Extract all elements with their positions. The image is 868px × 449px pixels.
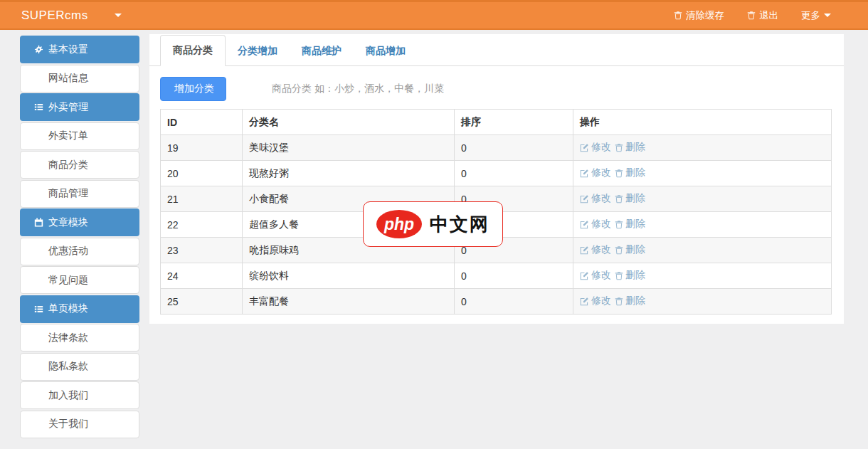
delete-link-label: 删除: [625, 192, 645, 205]
sidebar-item-privacy-terms[interactable]: 隐私条款: [20, 353, 139, 381]
sidebar-item-label: 加入我们: [48, 389, 88, 402]
edit-link-label: 修改: [591, 167, 611, 179]
table-row: 24缤纷饮料0修改删除: [161, 263, 832, 289]
sidebar-item-about-us[interactable]: 关于我们: [20, 411, 139, 438]
table-column-header: 排序: [455, 110, 573, 135]
php-cn-watermark: php 中文网: [363, 201, 503, 247]
sidebar-section-takeout-management[interactable]: 外卖管理: [20, 93, 139, 121]
edit-icon: [580, 194, 589, 204]
table-row: 25丰富配餐0修改删除: [161, 289, 832, 315]
cell-category-name: 美味汉堡: [243, 135, 455, 161]
sidebar-section-basic-settings[interactable]: 基本设置: [20, 36, 139, 63]
sidebar-item-label: 外卖管理: [48, 101, 88, 114]
tab-label: 分类增加: [238, 45, 277, 56]
cell-category-name: 丰富配餐: [243, 289, 455, 315]
edit-link[interactable]: 修改: [580, 243, 611, 256]
sidebar-item-legal-terms[interactable]: 法律条款: [20, 324, 139, 352]
tab-label: 商品分类: [173, 44, 213, 56]
edit-link-label: 修改: [591, 218, 611, 231]
tab-content: 增加分类 商品分类 如：小炒，酒水，中餐，川菜 ID分类名排序操作 19美味汉堡…: [149, 66, 844, 315]
sidebar-item-label: 文章模块: [48, 216, 88, 229]
php-logo-badge: php: [376, 210, 422, 238]
cell-category-name: 现熬好粥: [243, 161, 455, 186]
trash-icon: [615, 169, 623, 178]
cell-id: 22: [161, 212, 243, 238]
tab-category-add[interactable]: 分类增加: [226, 36, 290, 66]
cell-operations: 修改删除: [573, 212, 832, 238]
brand-dropdown[interactable]: SUPERcms: [21, 9, 122, 23]
cell-operations: 修改删除: [573, 263, 832, 289]
edit-link[interactable]: 修改: [580, 167, 611, 179]
trash-icon: [674, 11, 682, 20]
edit-link-label: 修改: [591, 141, 611, 154]
delete-link[interactable]: 删除: [615, 269, 645, 282]
cell-id: 21: [161, 186, 243, 212]
delete-link[interactable]: 删除: [615, 243, 645, 256]
sidebar-item-product-categories[interactable]: 商品分类: [20, 151, 139, 179]
table-row: 20现熬好粥0修改删除: [161, 161, 832, 186]
sidebar-item-label: 优惠活动: [48, 245, 88, 258]
table-row: 19美味汉堡0修改删除: [161, 135, 832, 161]
edit-link-label: 修改: [591, 243, 611, 256]
cell-category-name: 缤纷饮料: [243, 263, 455, 289]
navbar-item-label: 更多: [801, 9, 820, 22]
cell-id: 19: [161, 135, 243, 161]
sidebar-item-join-us[interactable]: 加入我们: [20, 381, 139, 409]
navbar-item-label: 清除缓存: [686, 9, 724, 22]
sidebar-item-faq[interactable]: 常见问题: [20, 266, 139, 294]
toolbar: 增加分类 商品分类 如：小炒，酒水，中餐，川菜: [160, 77, 831, 101]
table-column-header: 分类名: [243, 110, 455, 135]
trash-icon: [747, 11, 756, 20]
tab-product-add[interactable]: 商品增加: [354, 36, 418, 66]
sidebar-item-label: 单页模块: [48, 302, 88, 315]
category-hint-text: 商品分类 如：小炒，酒水，中餐，川菜: [272, 83, 444, 95]
edit-link[interactable]: 修改: [580, 141, 611, 154]
sidebar-item-product-management[interactable]: 商品管理: [20, 180, 139, 208]
delete-link[interactable]: 删除: [615, 218, 645, 231]
navbar-item-more[interactable]: 更多: [801, 9, 831, 22]
edit-link[interactable]: 修改: [580, 295, 611, 307]
edit-link[interactable]: 修改: [580, 218, 611, 231]
trash-icon: [615, 297, 623, 306]
edit-link[interactable]: 修改: [580, 269, 611, 282]
table-column-header: 操作: [573, 110, 832, 135]
brand-title: SUPERcms: [21, 9, 88, 23]
cell-id: 20: [161, 161, 243, 186]
sidebar-item-promotions[interactable]: 优惠活动: [20, 238, 139, 265]
tab-product-categories[interactable]: 商品分类: [160, 35, 226, 66]
tab-bar: 商品分类分类增加商品维护商品增加: [149, 34, 844, 66]
delete-link[interactable]: 删除: [615, 295, 645, 307]
sidebar-item-label: 基本设置: [48, 43, 88, 56]
navbar-item-clear-cache[interactable]: 清除缓存: [674, 9, 724, 22]
edit-icon: [580, 297, 589, 306]
delete-link[interactable]: 删除: [615, 167, 645, 179]
sidebar-section-article-module[interactable]: 文章模块: [20, 208, 139, 236]
sidebar-item-label: 隐私条款: [48, 360, 88, 373]
calendar-icon: [34, 218, 43, 227]
navbar-item-logout[interactable]: 退出: [747, 9, 778, 22]
edit-link-label: 修改: [591, 295, 611, 307]
cell-sort: 0: [455, 263, 573, 289]
cell-sort: 0: [455, 289, 573, 315]
delete-link-label: 删除: [625, 167, 645, 179]
sidebar-item-label: 网站信息: [48, 72, 88, 85]
sidebar-item-label: 商品分类: [48, 159, 88, 171]
sidebar-item-label: 关于我们: [48, 418, 88, 430]
add-category-button[interactable]: 增加分类: [160, 77, 226, 101]
delete-link[interactable]: 删除: [615, 192, 645, 205]
delete-link-label: 删除: [625, 218, 645, 231]
cell-sort: 0: [455, 135, 573, 161]
edit-link-label: 修改: [591, 192, 611, 205]
sidebar-item-site-info[interactable]: 网站信息: [20, 65, 139, 93]
trash-icon: [615, 271, 623, 280]
delete-link[interactable]: 删除: [615, 141, 645, 154]
gear-icon: [34, 45, 43, 54]
tab-product-maintain[interactable]: 商品维护: [290, 36, 354, 66]
cell-id: 25: [161, 289, 243, 315]
sidebar-item-label: 常见问题: [48, 274, 88, 287]
sidebar-item-takeout-orders[interactable]: 外卖订单: [20, 122, 139, 150]
cell-operations: 修改删除: [573, 238, 832, 263]
sidebar-section-single-page-module[interactable]: 单页模块: [20, 295, 139, 323]
delete-link-label: 删除: [625, 295, 645, 307]
edit-link[interactable]: 修改: [580, 192, 611, 205]
